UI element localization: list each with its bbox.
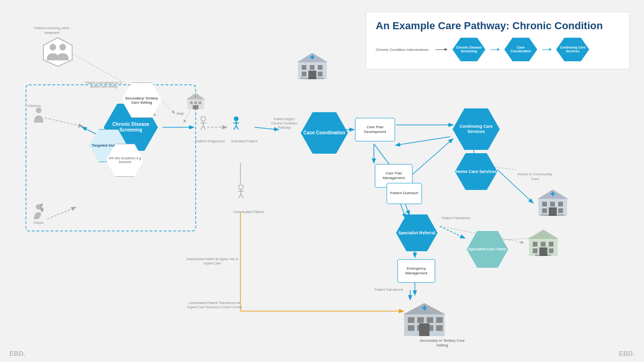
person-citizens: [32, 106, 45, 123]
legend-row: Chronic Condition Interventions Chronic …: [376, 38, 620, 61]
hex-specialist-referral: Specialist Referral: [396, 214, 438, 251]
svg-line-43: [234, 126, 236, 130]
diagram-title: An Example Care Pathway: Chronic Conditi…: [376, 20, 620, 32]
svg-point-45: [239, 185, 243, 189]
label-citizen-bottom: Citizen: [33, 221, 43, 224]
branding-left: EBD.: [9, 350, 25, 357]
legend-hex-3: Continuing Care Services: [556, 38, 589, 61]
label-home-community: Home or Community Care: [516, 172, 554, 182]
svg-rect-67: [318, 72, 322, 76]
svg-line-21: [163, 101, 174, 113]
svg-marker-85: [528, 230, 559, 239]
svg-rect-57: [198, 101, 201, 104]
svg-text:Primary Health Centre: Primary Health Centre: [541, 214, 564, 216]
svg-line-39: [203, 126, 206, 130]
main-canvas: An Example Care Pathway: Chronic Conditi…: [0, 0, 644, 362]
svg-rect-70: [312, 55, 313, 59]
legend-hex-1: Chronic Disease Screening: [453, 38, 486, 61]
svg-rect-82: [552, 192, 553, 196]
svg-line-1: [45, 118, 83, 126]
box-patient-outreach: Patient Outreach: [387, 183, 422, 204]
svg-line-48: [239, 194, 241, 198]
svg-rect-98: [427, 317, 433, 323]
svg-rect-99: [436, 317, 443, 323]
label-phc: PHC: [177, 112, 184, 116]
svg-rect-100: [408, 325, 414, 331]
svg-text:Specialist Clinic: Specialist Clinic: [535, 254, 552, 256]
branding-right: EBD.: [619, 350, 635, 357]
svg-rect-55: [190, 101, 193, 104]
label-secondary-tertiary-bottom: Secondary or Tertiary Core Setting: [419, 338, 466, 348]
svg-point-32: [36, 107, 41, 113]
svg-rect-96: [408, 317, 414, 323]
svg-rect-76: [558, 202, 563, 206]
svg-line-16: [396, 137, 450, 145]
legend-hex-2: Case Coordination: [504, 38, 537, 61]
svg-line-44: [236, 126, 239, 130]
svg-rect-86: [533, 242, 537, 247]
hex-continuing-care: Continuing Care Services: [453, 108, 500, 150]
svg-text:Primary Health Centre: Primary Health Centre: [300, 77, 324, 80]
svg-rect-75: [550, 202, 555, 206]
box-care-plan-development: Care Plan Development: [355, 118, 395, 141]
svg-rect-63: [310, 65, 314, 70]
person-patient-diagnosed: [198, 115, 208, 132]
label-patient-could: Patient could already be in another care…: [83, 81, 125, 89]
hex-home-care: Home Care Services: [455, 153, 497, 190]
svg-text:+: +: [195, 95, 197, 98]
svg-rect-97: [417, 317, 424, 323]
label-activated-patient: Activated Patient: [231, 139, 257, 144]
label-unactivated-patient: Unactivated Patient: [233, 210, 264, 214]
label-patient-transferred-1: Patient Transferred: [442, 216, 470, 220]
svg-line-14: [440, 226, 464, 238]
building-primary-right: Primary Health Centre: [537, 189, 568, 219]
svg-line-29: [413, 139, 453, 174]
hex-specialist-care-clinic: Specialist Care Clinic: [467, 231, 508, 268]
svg-line-49: [241, 194, 243, 198]
building-emergency: [403, 302, 446, 339]
building-specialist: Specialist Clinic: [528, 229, 559, 259]
person-citizen-bottom: Citizen: [32, 203, 45, 224]
person-unactivated-patient: [236, 184, 246, 200]
label-patient-transferred-2: Patient Transferred: [375, 288, 403, 292]
svg-rect-65: [302, 72, 306, 76]
building-primary-health: Primary Health Centre: [297, 52, 328, 82]
legend-label: Chronic Condition Interventions: [376, 48, 429, 52]
label-patient-receiving: Patient receiving other treatment: [33, 26, 71, 35]
svg-rect-62: [302, 65, 306, 70]
label-unactivated-transferred: Unactivated Patient Transferred via Urge…: [184, 301, 245, 309]
building-phc: +: [186, 92, 205, 112]
svg-rect-56: [194, 101, 197, 104]
svg-rect-87: [541, 242, 545, 247]
svg-point-34: [40, 204, 43, 206]
person-activated-patient: [231, 115, 241, 132]
svg-point-52: [59, 44, 66, 50]
svg-point-51: [50, 44, 56, 50]
svg-rect-88: [549, 242, 553, 247]
svg-line-25: [47, 207, 75, 219]
svg-marker-50: [43, 38, 72, 66]
svg-line-38: [201, 126, 203, 130]
svg-rect-79: [558, 208, 563, 213]
svg-point-35: [201, 116, 206, 121]
label-patient-diagnosed: Patient Diagnosed: [196, 139, 224, 144]
hex-case-coordination: Case Coordination: [301, 112, 348, 154]
svg-rect-91: [549, 248, 553, 253]
svg-rect-77: [542, 208, 547, 213]
title-box: An Example Care Pathway: Chronic Conditi…: [366, 12, 630, 69]
svg-rect-74: [542, 202, 547, 206]
label-unactivated-higher-risk: Unactivated Patient at higher risk of Ur…: [184, 257, 240, 265]
patient-receiving-icon: [40, 37, 75, 69]
svg-rect-58: [193, 105, 198, 109]
svg-rect-104: [419, 323, 429, 336]
svg-rect-64: [318, 65, 322, 70]
svg-rect-106: [424, 305, 425, 311]
box-emergency-management: Emergency Management: [397, 259, 435, 283]
svg-line-10: [495, 167, 516, 170]
svg-rect-89: [533, 248, 537, 253]
label-patient-begins: Patient begins Chronic Condition Pathway: [268, 117, 301, 130]
svg-rect-103: [436, 325, 443, 331]
svg-point-40: [234, 116, 239, 121]
